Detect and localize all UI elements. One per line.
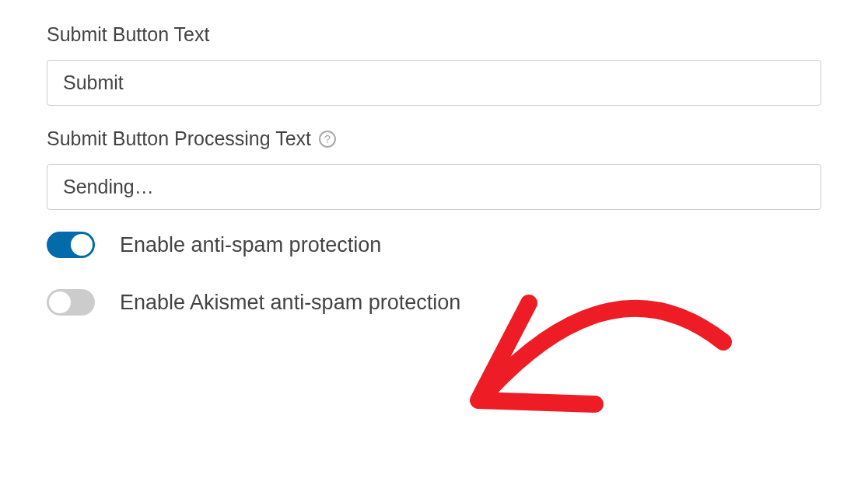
akismet-toggle[interactable]	[47, 289, 95, 316]
submit-processing-text-label-text: Submit Button Processing Text	[47, 127, 311, 150]
anti-spam-toggle[interactable]	[47, 232, 95, 258]
submit-button-text-input[interactable]	[47, 60, 821, 106]
help-icon[interactable]: ?	[319, 131, 336, 148]
toggle-knob	[71, 234, 93, 256]
submit-processing-text-input[interactable]	[47, 164, 821, 210]
submit-processing-text-group: Submit Button Processing Text ?	[47, 127, 821, 210]
submit-processing-text-label: Submit Button Processing Text ?	[47, 127, 821, 150]
anti-spam-toggle-row: Enable anti-spam protection	[47, 232, 821, 258]
akismet-toggle-label: Enable Akismet anti-spam protection	[120, 291, 460, 315]
toggle-knob	[49, 291, 71, 313]
submit-button-text-label: Submit Button Text	[47, 23, 821, 46]
akismet-toggle-row: Enable Akismet anti-spam protection	[47, 289, 821, 316]
annotation-arrow	[428, 225, 754, 451]
submit-button-text-group: Submit Button Text	[47, 23, 821, 106]
anti-spam-toggle-label: Enable anti-spam protection	[120, 233, 381, 257]
